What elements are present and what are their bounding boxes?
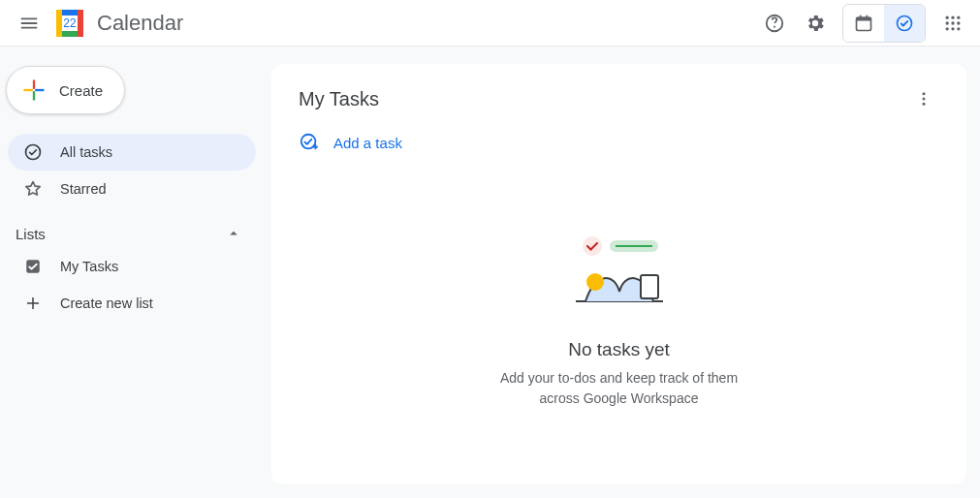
svg-rect-4	[78, 10, 83, 37]
plus-icon	[23, 295, 43, 312]
sidebar-create-new-list[interactable]: Create new list	[8, 285, 256, 322]
tasks-card: My Tasks Add a task	[271, 64, 966, 484]
svg-point-19	[951, 27, 954, 30]
help-button[interactable]	[755, 4, 794, 43]
svg-point-16	[951, 21, 954, 24]
header-right-controls	[755, 4, 972, 43]
svg-point-23	[923, 92, 926, 95]
svg-point-17	[957, 21, 960, 24]
help-icon	[764, 13, 785, 34]
svg-point-13	[951, 16, 954, 19]
checkbox-filled-icon	[23, 258, 43, 275]
card-title: My Tasks	[299, 88, 379, 110]
svg-point-24	[923, 98, 926, 101]
create-label: Create	[59, 82, 103, 99]
calendar-icon	[854, 14, 873, 33]
sidebar-item-label: Create new list	[60, 296, 153, 311]
sidebar-item-label: All tasks	[60, 144, 112, 160]
sidebar-item-label: Starred	[60, 181, 107, 197]
empty-title: No tasks yet	[271, 339, 966, 360]
svg-rect-31	[641, 275, 658, 298]
svg-rect-8	[857, 17, 871, 20]
hamburger-icon	[18, 13, 40, 34]
app-title: Calendar	[97, 11, 183, 36]
apps-grid-icon	[943, 14, 963, 33]
calendar-view-button[interactable]	[843, 5, 884, 42]
main-menu-button[interactable]	[10, 4, 48, 43]
svg-rect-10	[867, 16, 869, 18]
sidebar-item-label: My Tasks	[60, 259, 118, 274]
calendar-logo-icon: 22	[52, 6, 87, 41]
body: Create All tasks Starred Lists My Tasks	[0, 47, 980, 498]
empty-subtitle: Add your to-dos and keep track of them a…	[493, 368, 745, 409]
app-header: 22 Calendar	[0, 0, 980, 47]
svg-point-20	[957, 27, 960, 30]
check-circle-icon	[23, 142, 43, 162]
card-header: My Tasks	[299, 83, 939, 114]
list-options-button[interactable]	[908, 83, 939, 114]
add-task-label: Add a task	[333, 135, 402, 151]
svg-point-30	[586, 273, 604, 291]
svg-rect-3	[56, 10, 62, 37]
settings-button[interactable]	[796, 4, 835, 43]
gear-icon	[805, 13, 826, 34]
add-task-icon	[299, 132, 320, 153]
svg-point-18	[946, 27, 949, 30]
app-logo[interactable]: 22 Calendar	[52, 6, 183, 41]
lists-section-toggle[interactable]: Lists	[0, 207, 271, 248]
svg-point-15	[946, 21, 949, 24]
svg-text:22: 22	[63, 16, 77, 30]
plus-multicolor-icon	[20, 77, 47, 104]
sidebar-item-all-tasks[interactable]: All tasks	[8, 134, 256, 171]
svg-point-12	[946, 16, 949, 19]
chevron-up-icon	[225, 225, 242, 242]
main-panel: My Tasks Add a task	[271, 47, 980, 498]
sidebar-item-starred[interactable]: Starred	[8, 171, 256, 207]
svg-point-14	[957, 16, 960, 19]
tasks-icon	[895, 14, 914, 33]
tasks-view-button[interactable]	[884, 5, 925, 42]
svg-point-25	[923, 103, 926, 106]
svg-rect-9	[860, 16, 862, 18]
empty-state: No tasks yet Add your to-dos and keep tr…	[271, 229, 966, 409]
create-button[interactable]: Create	[6, 66, 125, 114]
sidebar: Create All tasks Starred Lists My Tasks	[0, 47, 271, 498]
sidebar-list-my-tasks[interactable]: My Tasks	[8, 248, 256, 285]
lists-heading: Lists	[16, 226, 46, 242]
google-apps-button[interactable]	[933, 4, 972, 43]
more-vert-icon	[915, 90, 933, 108]
empty-illustration	[561, 229, 678, 320]
view-switcher	[842, 4, 926, 43]
add-task-button[interactable]: Add a task	[299, 132, 402, 153]
star-icon	[23, 179, 43, 199]
svg-point-27	[583, 236, 602, 256]
svg-point-21	[26, 145, 41, 160]
